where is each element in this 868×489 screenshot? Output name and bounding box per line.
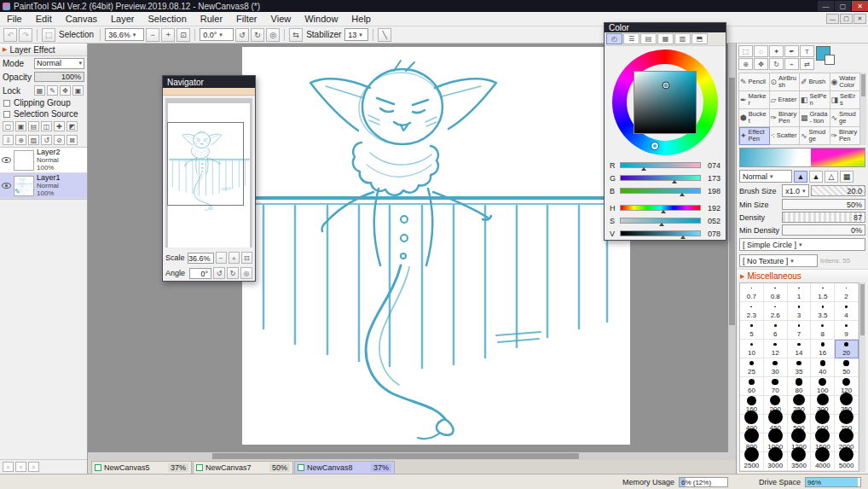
nav-zoom-fit-button[interactable]: ⊡ [241,252,252,264]
brush-size-6[interactable]: 6 [764,321,788,340]
slider-handle[interactable] [680,193,685,196]
tool-binary-pen[interactable]: ✑Binary Pen [830,127,861,145]
swatches-tab[interactable]: ▥ [674,33,691,44]
zoom-out-button[interactable]: − [146,28,159,42]
zoom-fit-button[interactable]: ⊡ [176,28,190,42]
tab-newcanvas5[interactable]: NewCanvas5 37% [91,461,192,474]
color-mixer-tab[interactable]: ▦ [657,33,674,44]
pen-stroke-icon[interactable]: ╲ [378,28,391,42]
color-slider-b[interactable]: B198 [610,184,720,197]
menu-layer[interactable]: Layer [104,13,142,25]
brush-size-3[interactable]: 3 [788,302,812,321]
brush-size-slider[interactable]: 20.0 [811,185,865,196]
brush-size-40[interactable]: 40 [811,358,835,377]
brush-size-10[interactable]: 10 [740,340,764,358]
merge-down-button[interactable]: ⊕ [15,135,26,145]
lasso-icon[interactable]: ◌ [754,45,768,57]
brush-size-scale-dropdown[interactable]: x1.0 [782,184,809,197]
new-folder-button[interactable]: ▤ [28,121,39,131]
vertical-scrollbar-thumb[interactable] [729,78,735,325]
nav-rotate-cw-button[interactable]: ↻ [227,267,239,279]
pen-cursor-icon[interactable]: ✒ [784,45,799,57]
add-mask-button[interactable]: ✚ [54,121,65,131]
menu-selection[interactable]: Selection [142,13,194,25]
fill-layer-button[interactable]: ▨ [28,135,39,145]
hue-ring-marker[interactable] [651,143,658,149]
menu-file[interactable]: File [0,13,29,25]
brush-size-4[interactable]: 4 [835,302,859,321]
slider-handle[interactable] [641,167,646,171]
rotate-cw-button[interactable]: ↻ [251,28,264,42]
new-layer-button[interactable]: ▢ [3,121,14,131]
panel-option-2-button[interactable]: ▫ [15,462,26,472]
rect-select-icon[interactable]: ⬚ [738,45,753,57]
color-slider-r[interactable]: R074 [610,159,720,172]
density-slider[interactable]: 87 [782,212,865,223]
tool-water-color[interactable]: ◉Water Color [830,73,861,91]
lock-pixels-icon[interactable]: ✎ [47,85,58,96]
size-grid-scrollbar[interactable] [859,282,865,472]
panel-option-3-button[interactable]: ▫ [28,462,39,472]
clipping-group-checkbox[interactable] [3,100,10,107]
slider-handle[interactable] [659,223,664,226]
color-slider-h[interactable]: H192 [610,201,720,214]
brush-size-2[interactable]: 2 [835,283,859,302]
tool-marker[interactable]: ✒Marker [739,91,770,109]
vertical-scrollbar[interactable] [728,44,736,452]
brush-size-3000[interactable]: 3000 [764,452,788,471]
rgb-slider-tab[interactable]: ☰ [623,33,639,44]
nav-rotate-reset-button[interactable]: ◎ [240,267,252,279]
navigator-title[interactable]: Navigator [163,76,255,88]
zoom-dropdown[interactable]: 36.6% [105,28,144,41]
close-button[interactable]: ✕ [852,1,868,11]
selection-mode-icon[interactable]: ⬚ [42,28,55,42]
clear-layer-button[interactable]: ⊘ [54,135,65,145]
slider-track[interactable] [620,162,701,168]
menu-help[interactable]: Help [344,13,378,25]
slider-track[interactable] [620,218,701,224]
child-minimize-button[interactable]: — [826,14,839,24]
nav-zoom-out-button[interactable]: − [216,252,227,264]
tool-smudge[interactable]: ∿Smudge [800,127,830,145]
blend-mode-dropdown[interactable]: Normal [739,170,792,183]
tool-effect-pen[interactable]: ✦Effect Pen [739,127,770,145]
undo-icon[interactable]: ↶ [3,28,17,42]
swap-color-icon[interactable]: ⇄ [800,58,814,70]
navigator-panel[interactable]: Navigator Scale 36.6% − ＋ ⊡ Angle 0° ↺ ↻… [162,75,256,282]
lock-transparency-icon[interactable]: ▦ [34,85,45,96]
color-wheel-tab[interactable]: ◴ [606,33,622,44]
brush-size-1.5[interactable]: 1.5 [811,283,835,302]
color-wheel[interactable] [612,49,718,155]
tool-pencil[interactable]: ✎Pencil [739,73,770,91]
brush-size-60[interactable]: 60 [740,377,764,396]
brush-size-16[interactable]: 16 [811,340,835,358]
color-slider-g[interactable]: G173 [610,172,720,184]
color-panel-title[interactable]: Color [605,23,726,32]
layer-effect-header[interactable]: ▶ Layer Effect [0,44,87,56]
brush-texture-dropdown[interactable]: [ No Texture ] [739,254,818,267]
menu-edit[interactable]: Edit [29,13,59,25]
menu-filter[interactable]: Filter [229,13,263,25]
tab-newcanvas7[interactable]: NewCanvas7 50% [193,461,293,474]
maximize-button[interactable]: ▢ [835,1,851,11]
menu-canvas[interactable]: Canvas [59,13,104,25]
angle-dropdown[interactable]: 0.0° [200,28,234,41]
brush-tip-texture[interactable]: ▦ [840,171,854,183]
layer-mode-dropdown[interactable]: Normal [34,58,84,69]
menu-window[interactable]: Window [298,13,344,25]
canvas[interactable] [242,47,630,445]
brush-size-2500[interactable]: 2500 [740,452,764,471]
zoom-tool-icon[interactable]: ⊕ [738,58,753,70]
visibility-eye-icon[interactable] [2,157,11,163]
layer-row-layer2[interactable]: Layer2 Normal 100% [0,148,87,173]
menu-ruler[interactable]: Ruler [194,13,229,25]
clipping-group-row[interactable]: Clipping Group [0,97,87,108]
redo-icon[interactable]: ↷ [19,28,32,42]
brush-size-0.7[interactable]: 0.7 [740,283,764,302]
color-slider-v[interactable]: V078 [610,227,720,240]
minimize-button[interactable]: — [818,1,834,11]
brush-size-50[interactable]: 50 [835,358,859,377]
brush-size-8[interactable]: 8 [811,321,835,340]
brush-tip-hard[interactable]: ▲ [794,171,807,183]
brush-size-80[interactable]: 80 [788,377,812,396]
